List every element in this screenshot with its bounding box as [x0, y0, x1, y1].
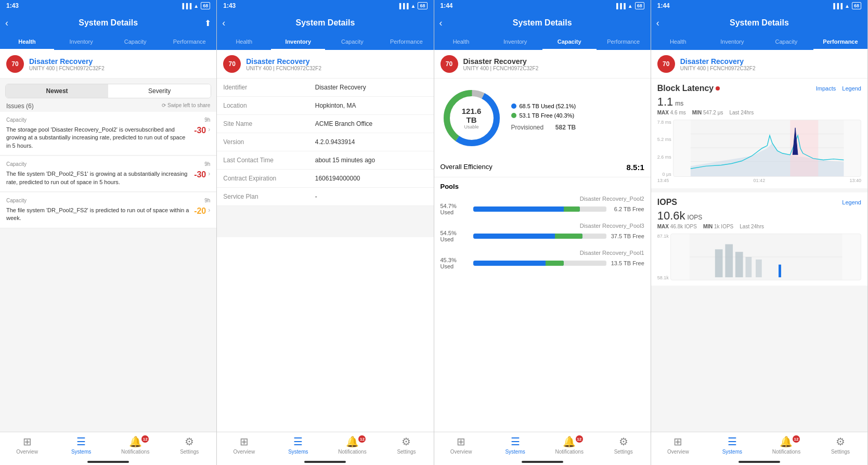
pool-item-0: Disaster Recovery_Pool2 54.7% Used 6.2 T… — [441, 196, 644, 215]
bottom-nav-settings-1[interactable]: ⚙ Settings — [162, 435, 216, 455]
nav-title-3: System Details — [513, 18, 572, 28]
sys-name-3[interactable]: Disaster Recovery — [463, 57, 539, 66]
bottom-nav-overview-1[interactable]: ⊞ Overview — [0, 435, 54, 455]
bottom-nav-overview-4[interactable]: ⊞ Overview — [651, 435, 705, 455]
share-button-1[interactable]: ⬆ — [204, 18, 211, 28]
tab-health-2[interactable]: Health — [217, 34, 271, 50]
tab-performance-3[interactable]: Performance — [597, 34, 651, 50]
back-button-3[interactable]: ‹ — [439, 18, 443, 29]
tab-inventory-4[interactable]: Inventory — [705, 34, 759, 50]
donut-section-3: 121.6 TB Usable 68.5 TB Used (52.1%) 53.… — [434, 79, 651, 158]
status-bar-1: 1:43 ▐▐▐ ▲ 68 — [0, 0, 216, 11]
iops-unit: IOPS — [688, 214, 703, 221]
back-button-1[interactable]: ‹ — [5, 18, 8, 29]
inventory-content-2: Identifier Disaster Recovery Location Ho… — [217, 79, 433, 432]
latency-chart-svg — [673, 120, 861, 176]
bottom-nav-1: ⊞ Overview ☰ Systems 🔔 12 Notifications … — [0, 432, 216, 459]
issue-score-2: -20 — [194, 206, 206, 216]
nav-title-2: System Details — [295, 18, 355, 28]
bottom-nav-overview-2[interactable]: ⊞ Overview — [217, 435, 271, 455]
pool-item-1: Disaster Recovery_Pool3 54.5% Used 37.5 … — [441, 223, 644, 242]
back-button-4[interactable]: ‹ — [656, 18, 659, 29]
status-bar-4: 1:44 ▐▐▐ ▲ 68 — [651, 0, 867, 11]
tab-performance-4[interactable]: Performance — [813, 34, 867, 50]
wifi-icon-4: ▲ — [845, 3, 850, 9]
tab-health-4[interactable]: Health — [651, 34, 705, 50]
bottom-nav-settings-2[interactable]: ⚙ Settings — [379, 435, 433, 455]
sys-name-4[interactable]: Disaster Recovery — [680, 57, 756, 66]
pool-free-1: 37.5 TB Free — [611, 233, 644, 239]
sort-newest-1[interactable]: Newest — [6, 84, 108, 98]
overview-icon-4: ⊞ — [673, 435, 682, 448]
pool-bar-inner-1 — [473, 234, 582, 239]
status-icons-3: ▐▐▐ ▲ 68 — [615, 2, 644, 9]
iops-y0: 87.1k — [657, 234, 669, 239]
info-label-service: Service Plan — [223, 193, 315, 200]
tab-health-1[interactable]: Health — [0, 34, 54, 50]
tab-performance-2[interactable]: Performance — [379, 34, 433, 50]
info-label-version: Version — [223, 138, 315, 146]
systems-icon-1: ☰ — [76, 435, 86, 448]
tab-inventory-2[interactable]: Inventory — [271, 34, 325, 50]
tab-performance-1[interactable]: Performance — [162, 34, 216, 50]
chevron-0: › — [208, 126, 210, 133]
sys-name-2[interactable]: Disaster Recovery — [246, 57, 321, 66]
issue-time-0: 9h — [204, 117, 210, 124]
bottom-nav-notif-4[interactable]: 🔔 12 Notifications — [759, 435, 813, 455]
bottom-nav-systems-4[interactable]: ☰ Systems — [705, 435, 759, 455]
iops-value-row: 10.6k IOPS — [657, 209, 861, 223]
issue-card-1[interactable]: Capacity 9h The file system 'DR_Pool2_FS… — [0, 156, 216, 192]
pool-bar-wrap-1 — [473, 234, 606, 239]
tab-capacity-2[interactable]: Capacity — [325, 34, 379, 50]
latency-title: Block Latency — [657, 84, 714, 93]
tab-health-3[interactable]: Health — [434, 34, 488, 50]
legend-link-iops[interactable]: Legend — [842, 199, 861, 205]
legend-link-latency[interactable]: Legend — [842, 85, 861, 92]
bottom-nav-notif-1[interactable]: 🔔 12 Notifications — [108, 435, 162, 455]
tab-inventory-3[interactable]: Inventory — [488, 34, 542, 50]
issue-card-2[interactable]: Capacity 9h The file system 'DR_Pool2_FS… — [0, 192, 216, 228]
sort-severity-1[interactable]: Severity — [108, 84, 211, 98]
status-time-4: 1:44 — [657, 2, 670, 9]
latency-y-axis: 7.8 ms 5.2 ms 2.6 ms 0 μs — [657, 120, 673, 177]
back-button-2[interactable]: ‹ — [222, 18, 225, 29]
pools-section: Pools Disaster Recovery_Pool2 54.7% Used… — [434, 177, 651, 282]
issue-card-0[interactable]: Capacity 9h The storage pool 'Disaster R… — [0, 112, 216, 156]
home-indicator-2 — [217, 459, 433, 465]
pool-free-2: 13.5 TB Free — [611, 260, 644, 266]
latency-y3: 0 μs — [657, 172, 671, 177]
tab-capacity-1[interactable]: Capacity — [108, 34, 162, 50]
tab-inventory-1[interactable]: Inventory — [54, 34, 108, 50]
sys-name-1[interactable]: Disaster Recovery — [29, 57, 105, 66]
pool-bar-inner-0 — [473, 206, 580, 212]
legend-dot-used — [511, 104, 516, 109]
settings-label-1: Settings — [180, 449, 199, 455]
bottom-nav-settings-3[interactable]: ⚙ Settings — [597, 435, 651, 455]
bottom-nav-overview-3[interactable]: ⊞ Overview — [434, 435, 488, 455]
issues-label-1: Issues (6) — [6, 102, 34, 110]
info-row-sitename: Site Name ACME Branch Office — [217, 115, 433, 133]
impacts-link[interactable]: Impacts — [816, 85, 836, 92]
pool-bar-green-2 — [546, 261, 564, 266]
bottom-nav-systems-3[interactable]: ☰ Systems — [488, 435, 542, 455]
bottom-nav-notif-2[interactable]: 🔔 12 Notifications — [325, 435, 379, 455]
tab-capacity-4[interactable]: Capacity — [759, 34, 813, 50]
iops-section: IOPS Legend 10.6k IOPS MAX 46.8k IOPS MI… — [651, 192, 867, 286]
svg-rect-14 — [745, 257, 752, 277]
bottom-nav-systems-1[interactable]: ☰ Systems — [54, 435, 108, 455]
status-bar-3: 1:44 ▐▐▐ ▲ 68 — [434, 0, 651, 11]
pool-bar-wrap-0 — [473, 206, 606, 212]
donut-label: Usable — [456, 124, 487, 130]
pool-item-2: Disaster Recovery_Pool1 45.3% Used 13.5 … — [441, 250, 644, 269]
svg-rect-15 — [756, 260, 762, 277]
tab-capacity-3[interactable]: Capacity — [542, 34, 597, 50]
pool-bar-row-1: 54.5% Used 37.5 TB Free — [441, 230, 644, 242]
bottom-nav-settings-4[interactable]: ⚙ Settings — [813, 435, 867, 455]
systems-label-3: Systems — [505, 449, 525, 455]
donut-tb: 121.6 TB — [456, 107, 487, 124]
bottom-nav-3: ⊞ Overview ☰ Systems 🔔 12 Notifications … — [434, 432, 651, 459]
pool-bar-green-1 — [555, 234, 582, 239]
perf-content-4: Block Latency Impacts Legend 1.1 ms MAX … — [651, 79, 867, 432]
bottom-nav-notif-3[interactable]: 🔔 12 Notifications — [542, 435, 597, 455]
bottom-nav-systems-2[interactable]: ☰ Systems — [271, 435, 325, 455]
